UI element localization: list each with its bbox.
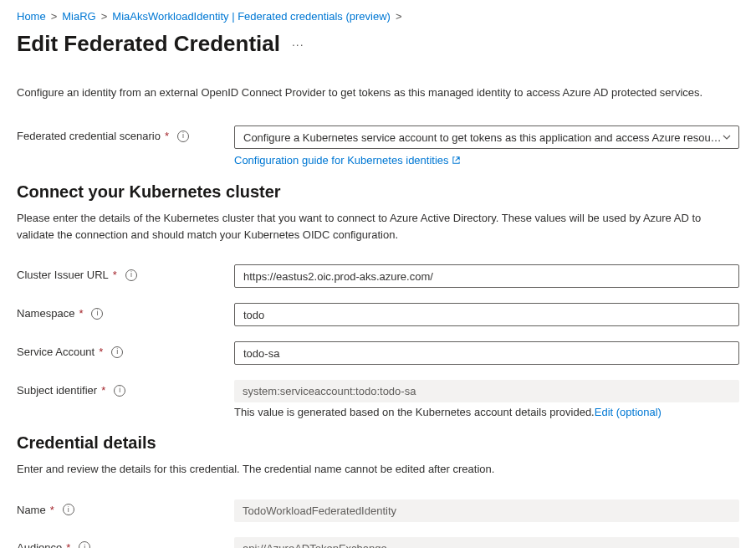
breadcrumb-sep: >	[101, 10, 108, 23]
scenario-select[interactable]: Configure a Kubernetes service account t…	[234, 125, 739, 149]
breadcrumb-sep: >	[51, 10, 58, 23]
namespace-input[interactable]	[234, 303, 739, 326]
issuer-label: Cluster Issuer URL* i	[17, 264, 234, 281]
name-readonly: TodoWorkloadFederatedIdentity	[234, 499, 739, 522]
name-label: Name* i	[17, 499, 234, 516]
config-guide-link[interactable]: Configuration guide for Kubernetes ident…	[234, 154, 461, 166]
info-icon[interactable]: i	[125, 269, 137, 281]
issuer-input[interactable]	[234, 264, 739, 288]
info-icon[interactable]: i	[114, 385, 125, 397]
info-icon[interactable]: i	[91, 308, 103, 320]
breadcrumb-sep: >	[396, 10, 402, 23]
connect-section-title: Connect your Kubernetes cluster	[17, 182, 739, 202]
namespace-label: Namespace* i	[17, 303, 234, 320]
info-icon[interactable]: i	[79, 541, 90, 548]
breadcrumb: Home > MiaRG > MiaAksWorkloadIdentity | …	[17, 10, 739, 23]
page-intro: Configure an identity from an external O…	[17, 85, 739, 100]
details-section-title: Credential details	[17, 433, 739, 453]
scenario-label: Federated credential scenario* i	[17, 125, 234, 142]
service-account-label: Service Account* i	[17, 341, 234, 358]
details-section-desc: Enter and review the details for this cr…	[17, 461, 739, 478]
more-actions-button[interactable]: ···	[292, 38, 304, 51]
subject-edit-link[interactable]: Edit (optional)	[595, 406, 662, 418]
audience-readonly: api://AzureADTokenExchange	[234, 537, 739, 548]
subject-help: This value is generated based on the Kub…	[234, 406, 739, 418]
info-icon[interactable]: i	[111, 346, 123, 358]
service-account-input[interactable]	[234, 341, 739, 365]
chevron-down-icon	[722, 132, 732, 142]
page-title: Edit Federated Credential	[17, 31, 280, 57]
breadcrumb-rg[interactable]: MiaRG	[62, 10, 95, 23]
subject-label: Subject identifier* i	[17, 380, 234, 397]
info-icon[interactable]: i	[63, 504, 74, 515]
connect-section-desc: Please enter the details of the Kubernet…	[17, 210, 739, 243]
subject-readonly: system:serviceaccount:todo:todo-sa	[234, 380, 739, 402]
audience-label: Audience* i	[17, 537, 234, 548]
breadcrumb-home[interactable]: Home	[17, 10, 46, 23]
scenario-select-value: Configure a Kubernetes service account t…	[243, 131, 722, 144]
external-link-icon	[452, 155, 461, 167]
breadcrumb-resource[interactable]: MiaAksWorkloadIdentity | Federated crede…	[112, 10, 391, 23]
info-icon[interactable]: i	[177, 131, 189, 142]
